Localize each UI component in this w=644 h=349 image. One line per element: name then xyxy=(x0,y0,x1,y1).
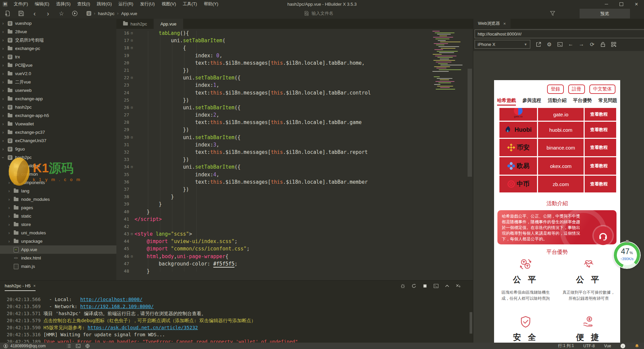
editor-tab-App.vue[interactable]: App.vue xyxy=(154,19,183,29)
code-line-30[interactable]: 30⊟ uni.setTabBarItem({ xyxy=(116,134,473,141)
menu-item-3[interactable]: 查找(I) xyxy=(74,1,93,7)
tree-item-unpackage[interactable]: ›unpackage xyxy=(0,237,116,245)
tree-item-uni_modules[interactable]: ›uni_modules xyxy=(0,229,116,237)
code-line-36[interactable]: 36 text:this.$i18n.messages[this.$i18n.l… xyxy=(116,178,473,186)
nav-item-哈希遊戲[interactable]: 哈希遊戲 xyxy=(497,98,516,106)
chevron-right-icon[interactable]: › xyxy=(1,71,5,76)
menu-item-8[interactable]: 工具(T) xyxy=(179,1,201,7)
fold-marker-icon[interactable]: ⊟ xyxy=(129,230,135,238)
tree-item-exchange-pc37[interactable]: ›exchange-pc37 xyxy=(0,128,116,136)
tree-item-vueshop[interactable]: ›Uvueshop xyxy=(0,19,116,27)
code-line-20[interactable]: 20 text:this.$i18n.messages[this.$i18n.l… xyxy=(116,59,473,67)
menu-item-2[interactable]: 选择(S) xyxy=(53,1,74,7)
code-line-27[interactable]: 27 index:2, xyxy=(116,111,473,119)
code-line-33[interactable]: 33 }) xyxy=(116,156,473,163)
code-line-46[interactable]: 46⊟ html,body,uni-page-wrapper{ xyxy=(116,253,473,260)
code-line-23[interactable]: 23 index:1, xyxy=(116,81,473,89)
code-line-22[interactable]: 22⊟ uni.setTabBarItem({ xyxy=(116,74,473,81)
view-tutorial-button[interactable]: 查看教程 xyxy=(585,176,613,192)
preview-button[interactable]: 预览 xyxy=(580,9,630,18)
debug-bug-icon[interactable] xyxy=(400,283,406,289)
browser-tab[interactable]: Web浏览器× xyxy=(473,19,511,28)
chevron-right-icon[interactable]: › xyxy=(7,172,11,177)
fold-marker-icon[interactable]: ⊟ xyxy=(129,163,135,171)
chevron-right-icon[interactable]: › xyxy=(7,164,11,168)
fold-marker-icon[interactable]: ⊟ xyxy=(129,74,135,81)
chevron-right-icon[interactable]: › xyxy=(7,214,11,219)
terminal-icon[interactable] xyxy=(76,344,80,348)
tree-item-exChangeUni37[interactable]: ›UexChangeUni37 xyxy=(0,136,116,145)
code-line-29[interactable]: 29 }) xyxy=(116,126,473,133)
console-terminal-icon[interactable] xyxy=(557,42,563,47)
tree-item-main.js[interactable]: main.js xyxy=(0,262,116,271)
code-line-17[interactable]: 17⊟ uni.setTabBarItem( xyxy=(116,37,473,44)
chevron-right-icon[interactable]: › xyxy=(1,80,5,84)
view-tutorial-button[interactable]: 查看教程 xyxy=(585,108,613,121)
chevron-down-icon[interactable]: › xyxy=(1,156,5,159)
close-icon[interactable]: × xyxy=(503,21,506,26)
chevron-right-icon[interactable]: › xyxy=(1,55,5,59)
editor-tab-hash2pc[interactable]: hash2pc xyxy=(116,19,154,29)
chevron-right-icon[interactable]: › xyxy=(7,189,11,193)
chevron-right-icon[interactable]: › xyxy=(7,197,11,202)
tree-item-static[interactable]: ›static xyxy=(0,212,116,220)
menu-item-0[interactable]: 文件(F) xyxy=(10,1,32,7)
notification-bell-icon[interactable] xyxy=(635,344,639,348)
filter-icon[interactable] xyxy=(550,10,555,16)
chevron-right-icon[interactable]: › xyxy=(1,147,5,152)
code-line-41[interactable]: 41</script> xyxy=(116,216,473,223)
chevron-right-icon[interactable]: › xyxy=(1,97,5,101)
favorite-star-icon[interactable]: ☆ xyxy=(58,10,64,16)
chevron-right-icon[interactable]: › xyxy=(1,122,5,126)
open-external-icon[interactable] xyxy=(536,42,541,47)
chevron-right-icon[interactable]: › xyxy=(7,206,11,210)
clear-logs-icon[interactable] xyxy=(455,283,461,289)
chevron-right-icon[interactable]: › xyxy=(1,130,5,135)
page-button-1[interactable]: 註冊 xyxy=(568,84,585,94)
tree-item-hash2pc[interactable]: ›Uhash2pc xyxy=(0,153,116,162)
breadcrumb[interactable]: U›hash2pc›App.vue xyxy=(87,11,137,16)
collapse-up-icon[interactable] xyxy=(444,283,450,289)
tree-item-二开vue[interactable]: ›二开vue xyxy=(0,78,116,86)
cursor-position[interactable]: 行:1 列:1 xyxy=(558,343,574,349)
fold-marker-icon[interactable]: ⊟ xyxy=(129,44,135,52)
nav-back-icon[interactable]: ← xyxy=(568,42,574,47)
tree-item-common[interactable]: ›common xyxy=(0,170,116,178)
code-line-45[interactable]: 45 @import "common/css/iconfont.css"; xyxy=(116,245,473,252)
chevron-right-icon[interactable]: › xyxy=(7,180,11,185)
nav-forward-icon[interactable]: › xyxy=(45,10,51,16)
refresh-icon[interactable]: ⟳ xyxy=(589,42,595,47)
page-button-2[interactable]: 中文繁体 xyxy=(589,84,615,94)
file-language[interactable]: Vue xyxy=(604,344,611,348)
run-icon[interactable] xyxy=(72,10,78,16)
chevron-right-icon[interactable]: › xyxy=(1,105,5,110)
fold-marker-icon[interactable]: ⊟ xyxy=(129,30,135,37)
tree-item-Vuewallet[interactable]: ›Vuewallet xyxy=(0,120,116,128)
new-terminal-icon[interactable] xyxy=(433,283,439,289)
encoding[interactable]: UTF-8 xyxy=(583,344,595,348)
tree-item-9guo[interactable]: ›U9guo xyxy=(0,145,116,153)
nav-item-常見問題[interactable]: 常見問題 xyxy=(598,98,617,106)
tree-item-store[interactable]: ›store xyxy=(0,220,116,229)
code-line-39[interactable]: 39 } xyxy=(116,200,473,208)
url-input[interactable]: http://localhost:8000/#/ xyxy=(475,30,644,38)
menu-item-5[interactable]: 运行(R) xyxy=(115,1,137,7)
code-line-34[interactable]: 34⊟ uni.setTabBarItem({ xyxy=(116,163,473,171)
customer-service-icon[interactable] xyxy=(594,226,612,245)
tree-item-exchange-app-h5[interactable]: ›exchange-app-h5 xyxy=(0,111,116,120)
code-line-21[interactable]: 21 }) xyxy=(116,67,473,74)
menu-item-4[interactable]: 跳转(G) xyxy=(94,1,115,7)
code-line-44[interactable]: 44 @import "uview-ui/index.scss"; xyxy=(116,238,473,245)
chevron-right-icon[interactable]: › xyxy=(1,21,5,26)
code-line-35[interactable]: 35 index:4, xyxy=(116,171,473,178)
file-search-input[interactable]: 输入文件名 xyxy=(301,9,336,17)
code-editor[interactable]: hash2pcApp.vue 16⊟ tabLang(){17⊟ uni.set… xyxy=(116,19,473,280)
tree-item-exchange-app[interactable]: ›exchange-app xyxy=(0,95,116,103)
chevron-right-icon[interactable]: › xyxy=(7,239,11,244)
stop-icon[interactable] xyxy=(422,283,428,289)
chevron-right-icon[interactable]: › xyxy=(7,222,11,227)
chevron-right-icon[interactable]: › xyxy=(1,63,5,68)
code-line-28[interactable]: 28 text:this.$i18n.messages[this.$i18n.l… xyxy=(116,119,473,126)
minimize-button[interactable] xyxy=(599,0,614,8)
tree-item-.hbuilderx[interactable]: ›.hbuilderx xyxy=(0,162,116,170)
